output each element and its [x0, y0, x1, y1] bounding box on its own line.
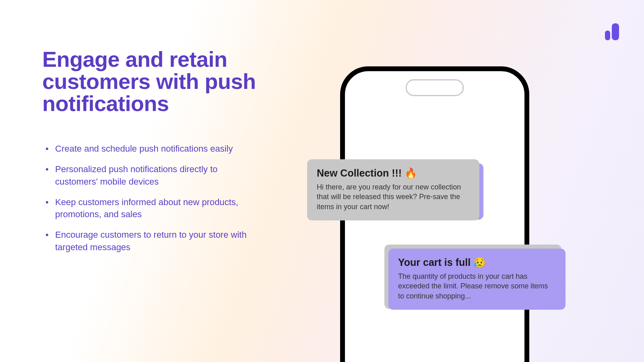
feature-item: Personalized push notifications directly…	[42, 163, 252, 188]
notification-title: New Collection !!! 🔥	[317, 167, 470, 179]
logo-bar-large-icon	[612, 23, 619, 40]
logo-bar-small-icon	[605, 31, 610, 40]
brand-logo	[605, 23, 619, 40]
notification-card-cart-full: Your cart is full 😥 The quantity of prod…	[388, 249, 566, 310]
page-heading: Engage and retain customers with push no…	[42, 48, 284, 115]
notification-body: The quantity of products in your cart ha…	[398, 272, 556, 301]
feature-item: Encourage customers to return to your st…	[42, 229, 252, 254]
feature-item: Create and schedule push notifications e…	[42, 143, 252, 155]
notification-title: Your cart is full 😥	[398, 257, 556, 268]
feature-list: Create and schedule push notifications e…	[42, 143, 284, 254]
text-content: Engage and retain customers with push no…	[42, 48, 284, 262]
feature-item: Keep customers informed about new produc…	[42, 196, 252, 221]
notification-card-new-collection: New Collection !!! 🔥 Hi there, are you r…	[307, 159, 479, 220]
notification-body: Hi there, are you ready for our new coll…	[317, 182, 470, 212]
phone-notch-icon	[406, 79, 464, 96]
